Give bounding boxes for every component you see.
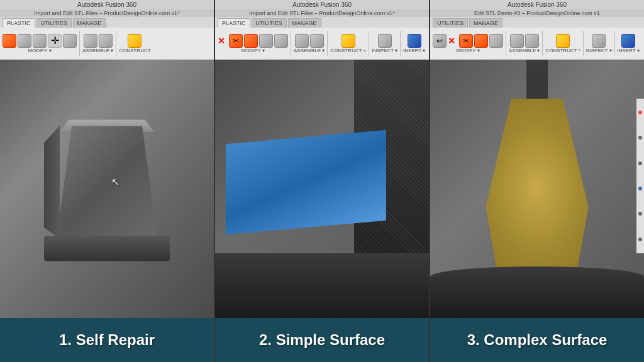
assemble-icon-p2-2[interactable] xyxy=(310,34,324,48)
scissors-icon[interactable]: ✂ xyxy=(229,34,243,48)
tab-plastic-1[interactable]: PLASTIC xyxy=(3,18,35,28)
modify-group-1: ✛ MODIFY ▾ xyxy=(3,34,77,53)
modify-icons-3: ↩ ✕ ✂ xyxy=(433,34,503,48)
insert-icons-2 xyxy=(408,34,421,48)
panels-row: Autodesk Fusion 360 Import and Edit STL … xyxy=(0,0,644,318)
panel-2-toolbar-buttons: ✕ ✂ MODIFY ▾ AS xyxy=(215,28,429,59)
vp3-dot-1 xyxy=(638,111,642,114)
sep-1 xyxy=(79,31,80,56)
scissors-icon-2[interactable]: ✂ xyxy=(459,34,473,48)
vp3-dot-2 xyxy=(638,136,642,140)
vp3-dot-3 xyxy=(638,162,642,165)
panel-2-title: Autodesk Fusion 360 xyxy=(215,0,429,9)
modify-icon-p2-1[interactable] xyxy=(244,34,258,48)
construct-group-2: CONSTRUCT < xyxy=(330,34,366,53)
inspect-label-2[interactable]: INSPECT ▾ xyxy=(372,48,397,53)
insert-label-3[interactable]: INSERT ▾ xyxy=(618,48,640,53)
panel-1-title: Autodesk Fusion 360 xyxy=(0,0,214,9)
inspect-icons-2 xyxy=(378,34,392,48)
footer-label-2: 2. Simple Surface xyxy=(259,331,385,349)
panel-1-tabs: PLASTIC UTILITIES MANAGE xyxy=(0,17,214,28)
panel-3-viewport xyxy=(430,60,644,318)
sep-2 xyxy=(116,31,116,56)
assemble-icons-1 xyxy=(84,34,113,48)
sep-3 xyxy=(291,31,291,56)
construct-group-3: CONSTRUCT * xyxy=(545,34,580,53)
modify-icons-1: ✛ xyxy=(3,34,77,48)
move-icon[interactable]: ✛ xyxy=(48,34,62,48)
tab-utilities-2[interactable]: UTILITIES xyxy=(252,18,287,28)
tab-utilities-3[interactable]: UTILITIES xyxy=(433,18,468,28)
assemble-group-1: ASSEMBLE ▾ xyxy=(82,34,113,53)
modify-icon-5[interactable] xyxy=(63,34,77,48)
modify-icon-p2-2[interactable] xyxy=(259,34,273,48)
red-x-icon-2: ✕ xyxy=(448,36,458,46)
construct-label-1[interactable]: CONSTRUCT xyxy=(119,48,150,53)
assemble-group-2: ASSEMBLE ▾ xyxy=(294,34,325,53)
assemble-label-1[interactable]: ASSEMBLE ▾ xyxy=(82,48,113,53)
cursor-icon: ↖ xyxy=(111,176,119,188)
vp1-3d-object xyxy=(44,119,170,264)
modify-label-3[interactable]: MODIFY ▾ xyxy=(456,48,479,53)
inspect-icon-p3[interactable] xyxy=(592,34,606,48)
sep-10 xyxy=(614,31,615,56)
tab-utilities-1[interactable]: UTILITIES xyxy=(36,18,72,28)
inspect-group-3: INSPECT ▾ xyxy=(586,34,612,53)
sep-9 xyxy=(583,31,584,56)
construct-icon-1[interactable] xyxy=(128,34,142,48)
insert-group-3: INSERT ▾ xyxy=(618,34,640,53)
inspect-group-2: INSPECT ▾ xyxy=(372,34,397,53)
assemble-icon-p3-2[interactable] xyxy=(525,34,539,48)
panel-2: Autodesk Fusion 360 Import and Edit STL … xyxy=(215,0,430,318)
construct-icon-p3[interactable] xyxy=(556,34,570,48)
footer-label-1: 1. Self Repair xyxy=(59,331,155,349)
inspect-label-3[interactable]: INSPECT ▾ xyxy=(586,48,612,53)
modify-icon-3[interactable] xyxy=(33,34,47,48)
assemble-icons-2 xyxy=(295,34,324,48)
panel-3-toolbar: Autodesk Fusion 360 Edit STL Demo #3 – P… xyxy=(430,0,644,60)
insert-icon-p3[interactable] xyxy=(621,34,635,48)
construct-icons-2 xyxy=(341,34,355,48)
insert-icons-3 xyxy=(621,34,635,48)
modify-icon-1[interactable] xyxy=(3,34,16,48)
modify-icon-p3-1[interactable] xyxy=(474,34,488,48)
modify-icon-2[interactable] xyxy=(18,34,31,48)
panel-3-toolbar-buttons: ↩ ✕ ✂ MODIFY ▾ A xyxy=(430,28,644,59)
panel-1-toolbar: Autodesk Fusion 360 Import and Edit STL … xyxy=(0,0,214,60)
tab-manage-3[interactable]: MANAGE xyxy=(469,18,502,28)
panel-2-toolbar: Autodesk Fusion 360 Import and Edit STL … xyxy=(215,0,429,60)
assemble-icon-p3-1[interactable] xyxy=(510,34,524,48)
inspect-icon-p2[interactable] xyxy=(378,34,392,48)
insert-icon-p2[interactable] xyxy=(408,34,421,48)
panel-1: Autodesk Fusion 360 Import and Edit STL … xyxy=(0,0,215,318)
construct-label-2[interactable]: CONSTRUCT < xyxy=(330,48,366,53)
panel-2-tabs: PLASTIC UTILITIES MANAGE xyxy=(215,17,429,28)
modify-group-3: ↩ ✕ ✂ MODIFY ▾ xyxy=(433,34,503,53)
modify-label-1[interactable]: MODIFY ▾ xyxy=(28,48,51,53)
construct-label-3[interactable]: CONSTRUCT * xyxy=(545,48,580,53)
red-x-icon: ✕ xyxy=(218,36,228,46)
assemble-icon-1[interactable] xyxy=(84,34,97,48)
assemble-label-3[interactable]: ASSEMBLE ▾ xyxy=(509,48,540,53)
assemble-label-2[interactable]: ASSEMBLE ▾ xyxy=(294,48,325,53)
modify-label-2[interactable]: MODIFY ▾ xyxy=(241,48,264,53)
insert-label-2[interactable]: INSERT ▾ xyxy=(403,48,425,53)
tab-manage-2[interactable]: MANAGE xyxy=(288,18,321,28)
assemble-icon-2[interactable] xyxy=(99,34,113,48)
footer-row: 1. Self Repair 2. Simple Surface 3. Comp… xyxy=(0,318,644,362)
construct-icon-p2[interactable] xyxy=(341,34,355,48)
sep-8 xyxy=(542,31,543,56)
modify-icon-p2-3[interactable] xyxy=(274,34,288,48)
footer-panel-1: 1. Self Repair xyxy=(0,318,215,362)
sep-5 xyxy=(369,31,369,56)
vp2-bottom xyxy=(215,253,429,318)
tab-plastic-2[interactable]: PLASTIC xyxy=(218,18,250,28)
modify-icons-2: ✕ ✂ xyxy=(218,34,288,48)
construct-group-1: CONSTRUCT xyxy=(119,34,150,53)
tab-manage-1[interactable]: MANAGE xyxy=(73,18,106,28)
modify-icon-p3-2[interactable] xyxy=(489,34,503,48)
assemble-icon-p2-1[interactable] xyxy=(295,34,309,48)
back-icon-p3[interactable]: ↩ xyxy=(433,34,447,48)
panel-2-viewport xyxy=(215,60,429,318)
assemble-icons-3 xyxy=(510,34,539,48)
